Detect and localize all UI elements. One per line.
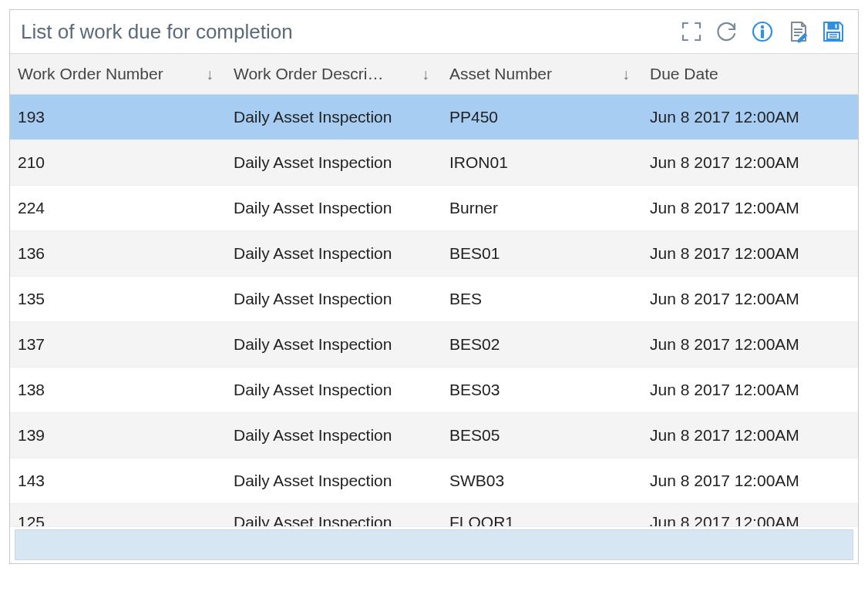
column-label: Work Order Number: [18, 65, 163, 83]
cell-desc: Daily Asset Inspection: [226, 426, 442, 445]
cell-asset: Burner: [442, 199, 642, 217]
table-body: 193Daily Asset InspectionPP450Jun 8 2017…: [10, 95, 858, 563]
cell-asset: BES03: [442, 381, 642, 399]
save-button[interactable]: [819, 18, 847, 45]
cell-due: Jun 8 2017 12:00AM: [642, 335, 858, 354]
table-row[interactable]: 125Daily Asset InspectionFLOOR1Jun 8 201…: [10, 504, 858, 527]
cell-asset: BES05: [442, 426, 642, 445]
cell-num: 125: [10, 513, 226, 527]
svg-rect-8: [827, 32, 839, 39]
cell-asset: SWB03: [442, 472, 642, 490]
cell-num: 137: [10, 335, 226, 354]
edit-document-icon: [786, 20, 809, 43]
edit-document-button[interactable]: [784, 18, 812, 45]
table-row[interactable]: 137Daily Asset InspectionBES02Jun 8 2017…: [10, 322, 858, 368]
cell-due: Jun 8 2017 12:00AM: [642, 290, 858, 308]
table-row[interactable]: 135Daily Asset InspectionBESJun 8 2017 1…: [10, 277, 858, 322]
sort-arrow-icon: ↓: [622, 65, 634, 83]
column-header-work-order-description[interactable]: Work Order Descri… ↓: [226, 54, 442, 94]
column-label: Due Date: [650, 65, 718, 83]
save-icon: [821, 19, 846, 44]
column-header-row: Work Order Number ↓ Work Order Descri… ↓…: [10, 54, 858, 95]
panel-header: List of work due for completion: [10, 10, 858, 54]
cell-due: Jun 8 2017 12:00AM: [642, 153, 858, 172]
cell-due: Jun 8 2017 12:00AM: [642, 472, 858, 490]
svg-rect-7: [835, 24, 837, 29]
table-row[interactable]: 193Daily Asset InspectionPP450Jun 8 2017…: [10, 95, 858, 140]
cell-due: Jun 8 2017 12:00AM: [642, 108, 858, 126]
column-label: Asset Number: [449, 65, 552, 83]
cell-desc: Daily Asset Inspection: [226, 244, 442, 263]
cell-desc: Daily Asset Inspection: [226, 335, 442, 354]
expand-icon: [680, 20, 703, 43]
cell-num: 139: [10, 426, 226, 445]
cell-due: Jun 8 2017 12:00AM: [642, 244, 858, 263]
cell-asset: FLOOR1: [442, 513, 642, 527]
sort-arrow-icon: ↓: [206, 65, 218, 83]
column-header-asset-number[interactable]: Asset Number ↓: [442, 54, 642, 94]
cell-due: Jun 8 2017 12:00AM: [642, 381, 858, 399]
table-row[interactable]: 224Daily Asset InspectionBurnerJun 8 201…: [10, 186, 858, 231]
cell-due: Jun 8 2017 12:00AM: [642, 426, 858, 445]
column-label: Work Order Descri…: [234, 65, 383, 83]
info-icon: [751, 20, 774, 43]
cell-desc: Daily Asset Inspection: [226, 153, 442, 172]
panel-title: List of work due for completion: [21, 20, 293, 44]
cell-asset: PP450: [442, 108, 642, 126]
table-row[interactable]: 136Daily Asset InspectionBES01Jun 8 2017…: [10, 231, 858, 277]
refresh-button[interactable]: [713, 18, 741, 45]
cell-num: 135: [10, 290, 226, 308]
table-row[interactable]: 139Daily Asset InspectionBES05Jun 8 2017…: [10, 413, 858, 458]
cell-due: Jun 8 2017 12:00AM: [642, 199, 858, 217]
cell-due: Jun 8 2017 12:00AM: [642, 513, 858, 527]
cell-desc: Daily Asset Inspection: [226, 513, 442, 527]
cell-asset: BES02: [442, 335, 642, 354]
info-button[interactable]: [749, 18, 776, 45]
table-footer-bar: [15, 529, 853, 560]
cell-desc: Daily Asset Inspection: [226, 381, 442, 399]
cell-num: 224: [10, 199, 226, 217]
cell-num: 136: [10, 244, 226, 263]
table-row[interactable]: 138Daily Asset InspectionBES03Jun 8 2017…: [10, 368, 858, 413]
cell-desc: Daily Asset Inspection: [226, 472, 442, 490]
sort-arrow-icon: ↓: [422, 65, 434, 83]
cell-asset: BES01: [442, 244, 642, 263]
table-row[interactable]: 143Daily Asset InspectionSWB03Jun 8 2017…: [10, 458, 858, 504]
toolbar: [678, 18, 847, 45]
cell-desc: Daily Asset Inspection: [226, 199, 442, 217]
column-header-due-date[interactable]: Due Date: [642, 54, 858, 94]
cell-num: 143: [10, 472, 226, 490]
work-orders-table: Work Order Number ↓ Work Order Descri… ↓…: [10, 54, 858, 563]
cell-num: 193: [10, 108, 226, 126]
svg-rect-2: [761, 30, 763, 38]
svg-point-1: [761, 25, 764, 29]
column-header-work-order-number[interactable]: Work Order Number ↓: [10, 54, 226, 94]
cell-asset: BES: [442, 290, 642, 308]
refresh-icon: [715, 20, 738, 43]
work-due-panel: List of work due for completion: [9, 9, 859, 564]
table-row[interactable]: 210Daily Asset InspectionIRON01Jun 8 201…: [10, 140, 858, 186]
cell-desc: Daily Asset Inspection: [226, 108, 442, 126]
expand-button[interactable]: [678, 18, 705, 45]
cell-desc: Daily Asset Inspection: [226, 290, 442, 308]
cell-asset: IRON01: [442, 153, 642, 172]
cell-num: 138: [10, 381, 226, 399]
cell-num: 210: [10, 153, 226, 172]
